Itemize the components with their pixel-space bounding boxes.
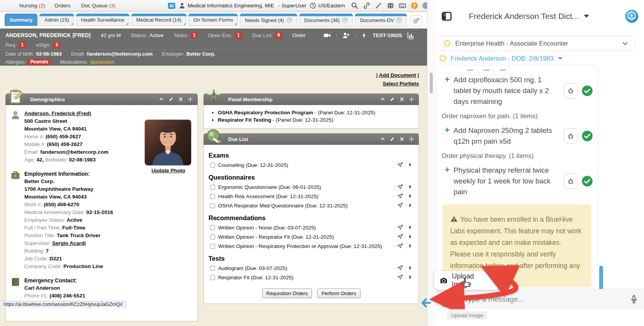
session-title[interactable]: Frederick Anderson Test Dict... [469,12,579,21]
tab-on-screen-forms[interactable]: On Screen Forms [188,14,238,26]
patient-context-link[interactable]: Frederick Anderson - DOB: 2/8/1983 [439,54,563,63]
update-photo-link[interactable]: Update Photo [151,168,185,173]
perform-order-icon[interactable] [407,274,413,280]
full-part-time: Full / Part Time: Full-Time [24,224,113,232]
keyboard-icon[interactable] [398,2,407,10]
debug-button[interactable] [564,83,578,98]
perform-order-icon[interactable] [407,202,413,208]
close-icon[interactable] [399,136,405,142]
video-call-icon[interactable] [323,31,331,39]
perform-order-icon[interactable] [407,224,413,230]
microphone-icon[interactable] [629,295,639,304]
chart-id[interactable]: TEST-10025 [373,32,402,38]
tab-summary[interactable]: Summary [5,14,37,26]
edit-icon[interactable] [168,97,174,102]
close-icon[interactable] [399,97,405,102]
send-order-icon[interactable] [397,162,403,168]
perform-order-icon[interactable] [407,234,413,239]
emergency-contact-icon [10,277,20,287]
edit-icon[interactable] [390,136,395,142]
close-icon[interactable] [178,97,183,102]
medication-link[interactable]: alprazolam [90,59,115,65]
checkbox[interactable] [210,225,215,230]
session-caret-icon[interactable] [584,15,589,18]
allergy-badge[interactable]: Peanuts [28,59,51,65]
tab-needs-signed[interactable]: Needs Signed (4) [240,14,297,27]
checkbox[interactable] [210,185,215,190]
perform-order-icon[interactable] [407,265,413,271]
nav-orders[interactable]: Orders [54,3,72,8]
nav-doc-queue[interactable]: Doc Queue(3) [81,3,115,8]
add-document-link[interactable]: | Add Document | [376,71,419,80]
perform-order-icon[interactable] [407,243,413,249]
patient-name-link[interactable]: Anderson, Frederick (Fred) [24,110,91,116]
edit-icon[interactable] [390,97,395,102]
checkbox[interactable] [210,275,215,280]
send-order-icon[interactable] [397,234,403,239]
order-link[interactable]: Order [292,32,306,38]
help-icon[interactable]: ? [410,2,419,10]
message-input[interactable] [463,295,622,304]
esign-counter[interactable]: eSign:3 [36,42,60,48]
bluehive-logo[interactable] [625,9,639,23]
move-icon[interactable] [188,97,193,102]
perform-order-icon[interactable] [407,184,413,190]
tab-documents[interactable]: Documents (36) [299,14,353,27]
demographics-header[interactable]: Demographics [5,93,198,105]
move-icon[interactable] [409,97,414,102]
globe-icon[interactable] [386,2,395,10]
checkbox[interactable] [210,244,215,249]
checkbox[interactable] [210,234,215,239]
requisition-orders-button[interactable]: Requisition Orders [262,289,312,298]
main-scrollbar-thumb[interactable] [430,73,433,93]
supervisor-link[interactable]: Sergio Acardi [52,240,86,246]
search-icon[interactable] [351,2,359,10]
send-order-icon[interactable] [397,274,403,280]
due-list-header[interactable]: Due List [203,133,419,145]
panel-toggle-icon[interactable] [441,10,452,22]
chart-stats-icon[interactable] [407,31,415,39]
debug-button[interactable] [564,128,578,144]
collapse-panel-arrow[interactable] [419,297,432,309]
tab-documents-dv[interactable]: Documents-DV [355,14,407,27]
perform-order-icon[interactable] [407,193,413,199]
send-order-icon[interactable] [397,202,403,208]
tab-medical-record[interactable]: Medical Record (14) [131,14,186,26]
add-person-icon[interactable] [342,31,350,39]
timezone[interactable]: US/Eastern [309,2,345,9]
checkbox[interactable] [210,203,215,208]
open-enc-counter[interactable]: Open Enc:1 [208,32,242,39]
req-counter[interactable]: Req:1 [5,42,26,48]
checkbox[interactable] [210,163,215,168]
collapse-icon[interactable] [380,97,385,102]
panel-membership-header[interactable]: Panel Membership [203,93,419,105]
send-order-icon[interactable] [397,184,403,190]
tab-health-surveillance[interactable]: Health Surveillance [76,14,129,26]
link-icon[interactable] [363,2,371,10]
ai-badge[interactable]: AI [168,3,175,9]
move-icon[interactable] [409,136,414,142]
tasks-counter[interactable]: Tasks:1 [173,32,198,39]
nav-nursing[interactable]: Nursing(2) [19,3,45,8]
send-order-icon[interactable] [397,193,403,199]
perform-orders-button[interactable]: Perform Orders [317,289,361,298]
quick-action-icon[interactable] [361,32,368,39]
encounter-card[interactable]: Enterprise Health - Associate Encounter [437,36,635,51]
perform-order-icon[interactable] [407,162,413,168]
collapse-icon[interactable] [380,136,385,142]
attach-button[interactable]: + [441,292,456,307]
select-portlets-link[interactable]: Select Portlets [376,80,419,88]
due-list-counter[interactable]: Due List:9 [252,32,282,39]
collapse-icon[interactable] [159,97,164,102]
checkbox[interactable] [210,266,215,271]
debug-button[interactable] [564,173,578,189]
tab-settings-button[interactable] [410,15,422,26]
checkbox[interactable] [210,194,215,199]
send-order-icon[interactable] [397,224,403,230]
tab-admin[interactable]: Admin (15) [39,14,74,26]
patient-name[interactable]: ANDERSON, FREDERICK (FRED) [5,32,91,38]
org-user[interactable]: Medical Informatics Engineering, MIE - S… [178,2,306,9]
wand-icon[interactable] [375,2,383,10]
send-order-icon[interactable] [397,243,403,249]
send-order-icon[interactable] [397,265,403,271]
